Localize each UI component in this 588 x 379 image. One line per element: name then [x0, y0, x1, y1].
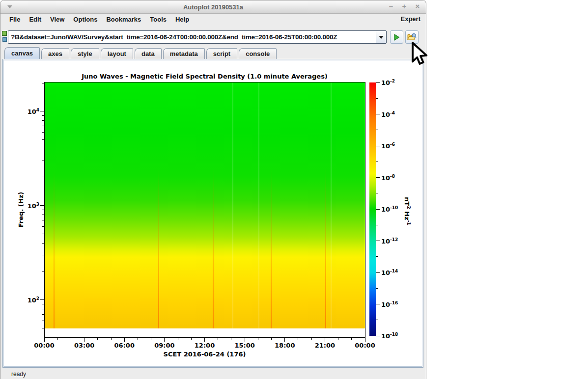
tick-mark [111, 338, 112, 340]
tick-mark [365, 338, 365, 342]
tick-mark [376, 209, 380, 210]
plot-title: Juno Waves - Magnetic Field Spectral Den… [44, 73, 365, 80]
tick-label: 10-2 [381, 79, 395, 86]
tick-mark [164, 338, 165, 342]
spectrogram-image[interactable] [45, 82, 365, 328]
tick-mark [245, 338, 245, 342]
tick-mark [42, 243, 44, 244]
tick-label: 18:00 [275, 342, 295, 349]
tick-mark [376, 336, 380, 336]
tick-mark [271, 338, 272, 340]
tick-mark [42, 314, 44, 315]
tick-label: 10-18 [381, 332, 398, 340]
tick-mark [376, 272, 380, 273]
tick-label: 00:00 [34, 342, 54, 349]
tick-mark [376, 241, 380, 241]
tick-mark [42, 271, 44, 271]
spectrogram-texture [271, 82, 272, 328]
tick-mark [42, 328, 44, 328]
tick-mark [42, 132, 44, 133]
spectrogram-texture [158, 82, 159, 328]
tick-mark [376, 146, 380, 146]
tick-mark [42, 309, 44, 309]
tick-mark [40, 111, 44, 111]
spectrogram-texture [258, 82, 259, 328]
tick-mark [44, 338, 45, 342]
tick-mark [42, 234, 44, 234]
x-axis-label: SCET 2016-06-24 (176) [44, 351, 365, 358]
spectrogram-plot-area[interactable] [44, 82, 365, 338]
tick-mark [258, 338, 258, 340]
spectrogram-texture [325, 82, 326, 328]
tick-mark [151, 338, 151, 340]
tick-label: 00:00 [355, 342, 375, 349]
tick-mark [376, 130, 378, 130]
tick-label: 10-4 [381, 110, 395, 118]
tick-mark [42, 120, 44, 121]
tick-mark [338, 338, 338, 340]
tick-mark [376, 320, 378, 320]
tick-mark [42, 226, 44, 227]
tick-mark [42, 321, 44, 321]
status-bar: ready [0, 368, 426, 379]
tick-mark [298, 338, 298, 340]
tick-mark [138, 338, 138, 340]
tick-mark [42, 139, 44, 140]
tick-mark [376, 288, 378, 289]
tick-mark [376, 177, 380, 178]
tick-label: 104 [22, 107, 39, 115]
tick-mark [204, 338, 205, 342]
tick-mark [42, 210, 44, 210]
tick-mark [71, 338, 71, 340]
tick-mark [231, 338, 231, 340]
tick-mark [42, 83, 44, 83]
tick-label: 103 [22, 201, 39, 209]
tick-label: 102 [22, 296, 39, 303]
tick-label: 06:00 [114, 342, 135, 349]
colorbar-unit-label: nT2 Hz-1 [403, 197, 411, 225]
tick-mark [42, 115, 44, 116]
tick-mark [42, 177, 44, 177]
autoplot-window: Autoplot 20190531a – + × File Edit View … [0, 0, 426, 379]
mouse-cursor-arrow [408, 41, 430, 67]
tick-label: 10-6 [381, 142, 395, 150]
tick-mark [351, 338, 352, 340]
tick-mark [376, 225, 378, 225]
tick-label: 21:00 [315, 342, 335, 349]
tick-label: 10-12 [381, 237, 398, 244]
tick-label: 03:00 [74, 342, 94, 349]
tick-mark [325, 338, 325, 342]
tick-label: 09:00 [154, 342, 174, 349]
tick-mark [42, 220, 44, 220]
tick-mark [42, 255, 44, 255]
tick-label: 10-10 [381, 205, 398, 213]
tick-label: 10-16 [381, 300, 398, 308]
tick-mark [376, 82, 380, 83]
tick-label: 10-8 [381, 173, 395, 181]
spectrogram-texture [331, 82, 332, 328]
tick-mark [42, 126, 44, 126]
tick-mark [42, 161, 44, 161]
tick-mark [40, 205, 44, 206]
plot-canvas[interactable]: Juno Waves - Magnetic Field Spectral Den… [2, 59, 423, 368]
tick-label: 10-14 [381, 269, 398, 276]
tick-mark [40, 299, 44, 300]
spectrogram-texture [213, 82, 214, 328]
colorbar [369, 82, 376, 336]
tick-mark [284, 338, 285, 342]
tick-label: 12:00 [195, 342, 215, 349]
tick-mark [376, 114, 380, 114]
tick-mark [376, 193, 378, 193]
tick-mark [376, 256, 378, 257]
spectrogram-texture [232, 82, 233, 328]
tick-mark [124, 338, 125, 342]
tick-mark [218, 338, 218, 340]
tick-mark [42, 215, 44, 215]
tick-mark [84, 338, 84, 342]
spectrogram-texture [54, 82, 55, 328]
tick-mark [376, 162, 378, 162]
tick-mark [376, 98, 378, 99]
tick-mark [97, 338, 98, 340]
tick-mark [42, 304, 44, 304]
tick-mark [311, 338, 312, 340]
